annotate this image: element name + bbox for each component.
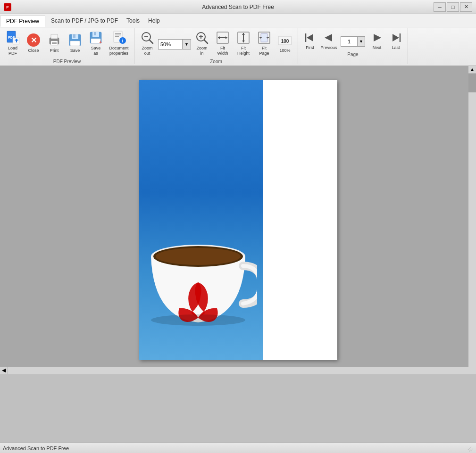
svg-text:P: P: [6, 5, 9, 9]
zoom-group-label: Zoom: [210, 59, 222, 64]
app-icon: P: [4, 3, 11, 11]
svg-line-35: [204, 40, 208, 43]
pdf-left-page: [139, 80, 263, 360]
vertical-scrollbar[interactable]: ▲: [468, 66, 476, 367]
menu-items: Scan to PDF / JPG to PDF Tools Help: [45, 16, 164, 26]
fit-width-icon: [215, 30, 230, 45]
svg-rect-12: [52, 43, 57, 44]
next-label: Next: [373, 45, 382, 50]
horizontal-scrollbar[interactable]: ◀: [0, 367, 468, 374]
menu-help[interactable]: Help: [144, 16, 164, 26]
content-area[interactable]: ▲ ◀: [0, 66, 476, 374]
toolbar-group-page: First Previous ▼: [298, 28, 408, 64]
save-label: Save: [70, 48, 80, 53]
fit-page-button[interactable]: FitPage: [254, 28, 274, 57]
svg-marker-54: [325, 34, 332, 41]
document-properties-icon: i: [111, 30, 126, 45]
load-pdf-button[interactable]: PDF LoadPDF: [3, 28, 23, 57]
zoom-100-label: 100%: [279, 48, 290, 53]
svg-line-31: [150, 40, 153, 43]
svg-marker-39: [225, 36, 227, 39]
status-text: Advanced Scan to PDF Free: [3, 445, 69, 451]
svg-rect-24: [115, 33, 121, 34]
svg-marker-43: [242, 41, 245, 42]
first-label: First: [306, 45, 314, 50]
svg-rect-9: [51, 34, 58, 39]
svg-marker-55: [374, 34, 381, 41]
vertical-scrollbar-thumb[interactable]: [468, 74, 476, 92]
svg-marker-53: [307, 34, 313, 41]
first-button[interactable]: First: [301, 28, 319, 51]
load-pdf-icon: PDF: [5, 30, 20, 45]
close-window-button[interactable]: ✕: [460, 2, 472, 12]
title-bar: P Advanced Scan to PDF Free ─ □ ✕: [0, 0, 476, 14]
zoom-out-label: Zoomout: [142, 46, 152, 56]
svg-rect-25: [115, 35, 121, 36]
svg-rect-17: [70, 41, 80, 46]
minimize-button[interactable]: ─: [434, 2, 446, 12]
print-label: Print: [50, 48, 59, 53]
toolbar: PDF LoadPDF ✕ Close: [0, 27, 476, 66]
zoom-dropdown-button[interactable]: ▼: [183, 39, 191, 49]
zoom-100-button[interactable]: 100 100%: [275, 31, 295, 54]
last-button[interactable]: Last: [387, 28, 405, 51]
close-button[interactable]: ✕ Close: [24, 31, 43, 54]
print-icon: [47, 33, 62, 48]
previous-button[interactable]: Previous: [320, 28, 338, 51]
zoom-100-icon: 100: [277, 33, 292, 48]
fit-height-button[interactable]: FitHeight: [234, 28, 253, 57]
next-button[interactable]: Next: [368, 28, 386, 51]
zoom-value-container: ▼: [158, 35, 191, 49]
svg-point-61: [151, 314, 245, 326]
previous-label: Previous: [321, 45, 337, 50]
status-bar: Advanced Scan to PDF Free: [0, 443, 476, 453]
page-group-label: Page: [347, 52, 358, 57]
pdf-right-page: [263, 80, 337, 360]
page-dropdown-button[interactable]: ▼: [358, 36, 365, 47]
coffee-cup-image: [149, 228, 257, 332]
svg-marker-42: [242, 33, 245, 35]
zoom-in-icon: [194, 30, 209, 45]
document-properties-button[interactable]: i Documentproperties: [107, 28, 131, 57]
resize-grip[interactable]: [466, 445, 473, 452]
svg-rect-26: [115, 36, 119, 37]
fit-width-label: FitWidth: [217, 46, 228, 56]
zoom-out-button[interactable]: Zoomout: [137, 28, 157, 57]
maximize-button[interactable]: □: [447, 2, 459, 12]
save-button[interactable]: Save: [65, 31, 85, 54]
pdf-preview-canvas: [139, 80, 337, 360]
svg-rect-11: [52, 42, 57, 43]
tab-pdf-preview[interactable]: PDF Preview: [0, 16, 45, 27]
save-as-button[interactable]: + Saveas: [86, 28, 106, 57]
scroll-left-button[interactable]: ◀: [0, 367, 8, 374]
svg-rect-45: [261, 33, 267, 42]
toolbar-group-zoom: Zoomout ▼ Zoomin: [134, 28, 298, 64]
previous-icon: [322, 30, 335, 45]
save-as-label: Saveas: [91, 46, 101, 56]
next-icon: [370, 30, 384, 45]
close-label: Close: [28, 48, 39, 53]
save-icon: [67, 33, 83, 48]
page-input[interactable]: [341, 36, 358, 47]
save-as-icon: +: [88, 30, 103, 45]
svg-rect-7: [16, 40, 17, 42]
first-icon: [303, 30, 317, 45]
scroll-corner: [468, 367, 476, 374]
menu-tools[interactable]: Tools: [123, 16, 143, 26]
zoom-out-icon: [140, 30, 155, 45]
toolbar-group-pdf-preview: PDF LoadPDF ✕ Close: [0, 28, 134, 64]
menu-bar: PDF Preview Scan to PDF / JPG to PDF Too…: [0, 14, 476, 27]
pdf-preview-group-label: PDF Preview: [53, 59, 81, 64]
svg-text:100: 100: [281, 39, 289, 44]
zoom-input[interactable]: [158, 39, 183, 49]
menu-scan-to-pdf[interactable]: Scan to PDF / JPG to PDF: [47, 16, 122, 26]
svg-marker-47: [259, 37, 261, 39]
zoom-in-button[interactable]: Zoomin: [192, 28, 212, 57]
fit-width-button[interactable]: FitWidth: [213, 28, 233, 57]
svg-rect-20: [94, 32, 96, 35]
last-icon: [389, 30, 402, 45]
page-input-container: ▼: [339, 33, 367, 47]
print-button[interactable]: Print: [44, 31, 64, 54]
svg-rect-13: [58, 39, 58, 40]
scroll-up-button[interactable]: ▲: [468, 66, 476, 74]
